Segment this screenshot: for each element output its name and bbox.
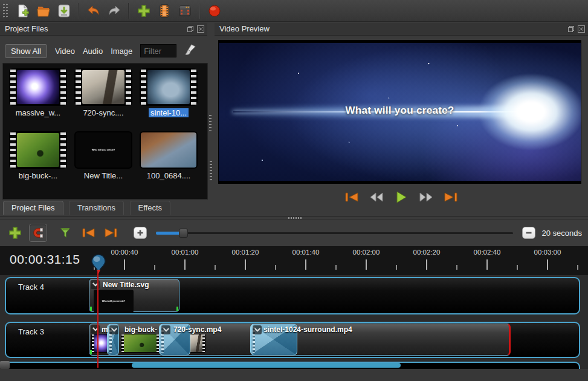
close-panel-icon[interactable] — [197, 25, 204, 33]
video-preview-frame[interactable]: What will you create? — [218, 40, 581, 184]
previous-marker-button[interactable] — [79, 224, 97, 242]
file-label-row: New Title... — [71, 171, 136, 180]
file-card[interactable]: massive_w... — [5, 67, 71, 130]
playhead-line[interactable] — [97, 271, 99, 368]
timeline-zoom-slider[interactable] — [156, 229, 513, 237]
choose-profile-button[interactable] — [155, 2, 173, 19]
float-panel-icon[interactable] — [187, 25, 194, 33]
undo-button[interactable] — [85, 2, 102, 19]
clip-label: New Title.svg — [103, 281, 149, 289]
panel-splitter-handle[interactable] — [209, 115, 212, 131]
project-files-panel: Project Files Show All Video Audio Image… — [0, 23, 207, 200]
file-card[interactable]: 720-sync.... — [71, 67, 136, 130]
ruler-tick-minor — [154, 265, 155, 270]
redo-icon — [107, 4, 121, 18]
ruler-tick-label: 00:01:00 — [161, 249, 209, 256]
float-panel-icon[interactable] — [567, 25, 575, 33]
film-profile-icon — [157, 4, 172, 18]
file-thumbnail[interactable] — [140, 131, 198, 169]
toolbar-grip-handle[interactable] — [2, 3, 9, 19]
plus-icon — [137, 4, 151, 18]
resize-handle-right[interactable] — [176, 307, 178, 311]
playhead-marker[interactable] — [90, 254, 107, 277]
file-card[interactable]: 100_0684.... — [136, 130, 201, 193]
horizontal-scrollbar-thumb[interactable] — [132, 363, 401, 368]
file-card[interactable]: sintel-10... — [136, 67, 201, 130]
ruler-tick-major — [366, 259, 367, 270]
file-list-area: massive_w...720-sync....sintel-10...big-… — [2, 63, 208, 200]
new-project-icon — [16, 4, 30, 18]
open-project-button[interactable] — [34, 2, 52, 19]
clip-thumbnail — [121, 334, 160, 353]
transition-menu-chevron[interactable] — [161, 325, 170, 334]
add-track-button[interactable] — [6, 224, 24, 242]
undo-icon — [86, 4, 101, 18]
panel-splitter-handle[interactable] — [210, 161, 212, 181]
file-label: massive_w... — [5, 108, 71, 117]
file-thumbnail[interactable] — [74, 68, 132, 106]
export-video-button[interactable] — [205, 2, 223, 19]
redo-button[interactable] — [105, 2, 123, 19]
new-project-button[interactable] — [14, 2, 31, 19]
file-thumbnail[interactable]: What will you create? — [74, 131, 132, 169]
zoom-out-button[interactable] — [522, 227, 535, 239]
fullscreen-button[interactable] — [176, 2, 193, 19]
filter-image-button[interactable]: Image — [111, 47, 132, 56]
project-files-panel-title: Project Files — [5, 24, 48, 33]
zoom-in-button[interactable] — [134, 227, 147, 239]
tab-project-files[interactable]: Project Files — [3, 201, 63, 215]
plus-icon — [8, 226, 22, 240]
snapping-toggle-button[interactable] — [29, 224, 47, 242]
ruler-tick-major — [547, 259, 548, 270]
arrow-to-end-icon — [103, 226, 119, 240]
clip-label: m — [102, 325, 108, 334]
ruler-tick-minor — [275, 265, 276, 270]
ruler-tick-major — [305, 259, 306, 270]
toolbar-separator — [199, 3, 200, 19]
ruler-tick-minor — [577, 265, 578, 270]
file-label-row: massive_w... — [5, 108, 71, 117]
next-marker-button[interactable] — [102, 224, 120, 242]
grass-thumbnail-image — [124, 334, 157, 352]
file-thumbnail[interactable] — [9, 68, 67, 106]
close-panel-icon[interactable] — [578, 25, 585, 33]
resize-handle-left[interactable] — [90, 307, 92, 311]
file-thumbnail[interactable] — [9, 131, 67, 169]
file-card[interactable]: What will you create?New Title... — [71, 130, 136, 193]
filter-show-all-button[interactable]: Show All — [5, 44, 47, 58]
file-card[interactable]: big-buck-... — [5, 130, 71, 193]
slider-fill — [156, 232, 181, 235]
filter-video-button[interactable]: Video — [55, 47, 75, 56]
resize-handle-left[interactable] — [90, 350, 92, 354]
chevron-down-icon — [163, 327, 170, 333]
ruler-tick-major — [245, 259, 246, 270]
chevron-down-icon — [254, 327, 261, 333]
transition-menu-chevron[interactable] — [253, 325, 262, 334]
ruler-tick-label: 00:01:20 — [221, 249, 270, 256]
file-filter-row: Show All Video Audio Image — [5, 42, 196, 59]
import-files-button[interactable] — [135, 2, 152, 19]
tab-transitions[interactable]: Transitions — [69, 201, 124, 215]
clear-filter-brush-icon[interactable] — [184, 44, 196, 58]
slider-track[interactable] — [156, 232, 513, 234]
file-thumbnail[interactable] — [140, 68, 198, 106]
zoom-scale-label: 20 seconds — [542, 229, 583, 238]
tab-effects[interactable]: Effects — [130, 201, 171, 215]
timeline-ruler[interactable]: 00:00:31:15 00:00:4000:01:0000:01:2000:0… — [0, 246, 588, 275]
razor-tool-button[interactable] — [56, 224, 74, 242]
track-name: Track 4 — [18, 282, 44, 291]
filter-audio-button[interactable]: Audio — [83, 47, 103, 56]
minus-icon — [525, 229, 532, 236]
transition-clip[interactable] — [107, 324, 119, 356]
ruler-tick-minor — [335, 265, 337, 270]
filter-input[interactable] — [140, 44, 176, 57]
ruler-tick-label: 00:02:20 — [402, 249, 451, 256]
scrollbar-corner[interactable] — [0, 361, 10, 369]
timeline-clip[interactable]: New Title.svgWhat will you create? — [89, 279, 179, 312]
transition-menu-chevron[interactable] — [109, 325, 118, 334]
save-project-button[interactable] — [55, 2, 73, 19]
timeline-clip[interactable]: big-buck- — [115, 324, 164, 356]
ruler-tick-major — [426, 259, 427, 270]
sphere-thumbnail-image — [17, 70, 59, 104]
slider-handle[interactable] — [179, 229, 188, 238]
